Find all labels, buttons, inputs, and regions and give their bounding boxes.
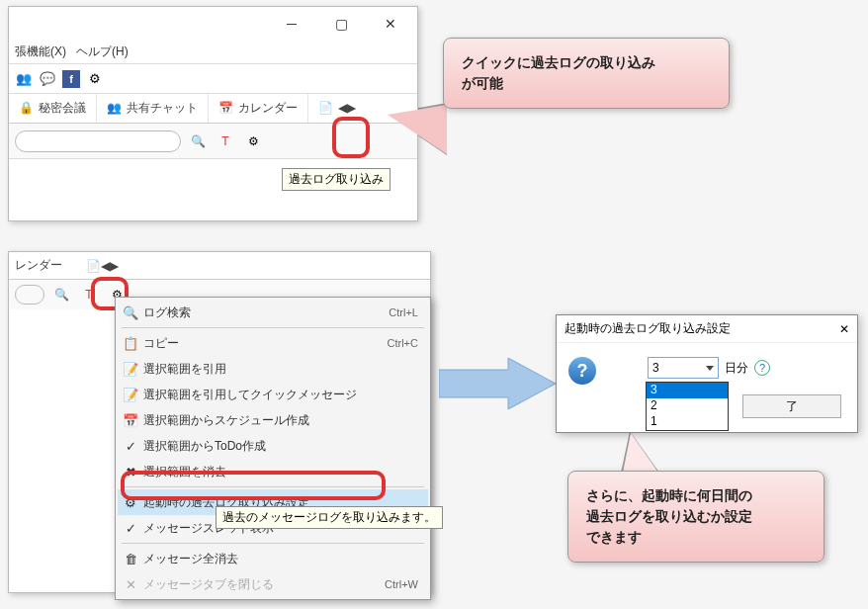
search-icon[interactable]: 🔍 xyxy=(187,130,209,152)
callout-text: できます xyxy=(586,527,806,548)
tab-extra[interactable]: 📄 ◀▶ xyxy=(308,94,364,123)
copy-icon: 📋 xyxy=(118,336,143,351)
tooltip-import-log: 過去ログ取り込み xyxy=(282,168,391,191)
tab-label: 秘密会議 xyxy=(39,100,86,117)
help-icon[interactable]: ? xyxy=(754,360,770,376)
import-log-icon[interactable]: T xyxy=(215,130,236,152)
dialog-title-text: 起動時の過去ログ取り込み設定 xyxy=(564,320,731,337)
ctx-label: 選択範囲からスケジュール作成 xyxy=(143,412,418,429)
ctx-label: メッセージタブを閉じる xyxy=(143,576,385,593)
trash-icon: 🗑 xyxy=(118,552,143,566)
calendar-icon: 📅 xyxy=(218,101,234,117)
ctx-label: コピー xyxy=(143,335,388,352)
slider-icon: ◀▶ xyxy=(338,101,354,117)
arrow-icon xyxy=(439,354,558,413)
ctx-log-search[interactable]: 🔍 ログ検索 Ctrl+L xyxy=(118,300,428,325)
ctx-quote-quick[interactable]: 📝 選択範囲を引用してクイックメッセージ xyxy=(118,382,428,407)
ctx-label: ログ検索 xyxy=(143,304,389,321)
tab-label: 共有チャット xyxy=(127,100,198,117)
annotation-callout-2: さらに、起動時に何日間の 過去ログを取り込むか設定 できます xyxy=(567,471,825,563)
search-input-small[interactable] xyxy=(15,285,44,304)
ctx-quote[interactable]: 📝 選択範囲を引用 xyxy=(118,356,428,382)
dropdown-option[interactable]: 1 xyxy=(647,414,728,430)
separator xyxy=(122,486,424,487)
callout-tail xyxy=(388,105,447,154)
facebook-icon[interactable]: f xyxy=(62,70,80,88)
days-dropdown[interactable]: 3 xyxy=(648,357,719,379)
quick-icon: 📝 xyxy=(118,388,143,402)
ctx-label: 選択範囲を消去 xyxy=(143,464,418,480)
ctx-shortcut: Ctrl+L xyxy=(389,306,418,318)
import-log-icon[interactable]: T xyxy=(78,284,100,305)
callout-tail xyxy=(623,433,658,473)
gear-icon: ⚙ xyxy=(118,495,143,510)
quote-icon: 📝 xyxy=(118,362,143,377)
menu-extension[interactable]: 張機能(X) xyxy=(15,44,66,60)
callout-text: さらに、起動時に何日間の xyxy=(586,485,806,506)
ctx-shortcut: Ctrl+C xyxy=(388,337,418,349)
search-input[interactable] xyxy=(15,130,181,152)
ctx-clear-selection[interactable]: ✖ 選択範囲を消去 xyxy=(118,459,428,484)
close-button[interactable]: ✕ xyxy=(368,9,413,39)
people-icon: 👥 xyxy=(107,101,123,117)
dialog-close-icon[interactable]: ✕ xyxy=(839,322,849,336)
doc-icon[interactable]: 📄 xyxy=(86,259,101,273)
ctx-label: 選択範囲を引用 xyxy=(143,361,418,378)
ctx-clear-all[interactable]: 🗑 メッセージ全消去 xyxy=(118,546,428,571)
erase-icon: ✖ xyxy=(118,465,143,479)
todo-icon: ✓ xyxy=(118,439,143,454)
ctx-todo[interactable]: ✓ 選択範囲からToDo作成 xyxy=(118,433,428,459)
tool-row: 🔍 T ⚙ xyxy=(9,124,417,159)
ctx-shortcut: Ctrl+W xyxy=(385,578,418,590)
minimize-button[interactable]: ─ xyxy=(269,9,314,39)
tab-bar: レンダー 📄 ◀▶ xyxy=(9,252,430,280)
ctx-label: 選択範囲を引用してクイックメッセージ xyxy=(143,387,418,403)
dialog-titlebar: 起動時の過去ログ取り込み設定 ✕ xyxy=(557,315,857,343)
check-icon: ✓ xyxy=(118,521,143,536)
ctx-schedule[interactable]: 📅 選択範囲からスケジュール作成 xyxy=(118,407,428,433)
ctx-label: メッセージ全消去 xyxy=(143,551,418,567)
menu-bar: 張機能(X) ヘルプ(H) xyxy=(9,41,417,64)
tab-secret-meeting[interactable]: 🔒 秘密会議 xyxy=(9,94,97,123)
days-suffix: 日分 xyxy=(725,360,748,377)
chat-icon[interactable]: 💬 xyxy=(39,70,56,88)
users-icon[interactable]: 👥 xyxy=(15,70,33,88)
icon-toolbar: 👥 💬 f ⚙ xyxy=(9,64,417,94)
context-menu: 🔍 ログ検索 Ctrl+L 📋 コピー Ctrl+C 📝 選択範囲を引用 📝 選… xyxy=(115,297,431,600)
dropdown-value: 3 xyxy=(652,361,659,375)
tab-calendar[interactable]: 📅 カレンダー xyxy=(209,94,308,123)
tab-bar: 🔒 秘密会議 👥 共有チャット 📅 カレンダー 📄 ◀▶ xyxy=(9,94,417,124)
calendar-icon: 📅 xyxy=(118,413,143,428)
search-icon[interactable]: 🔍 xyxy=(50,284,72,305)
search-icon: 🔍 xyxy=(118,305,143,320)
svg-marker-0 xyxy=(439,358,556,409)
dropdown-options: 3 2 1 xyxy=(646,382,729,431)
menu-help[interactable]: ヘルプ(H) xyxy=(76,44,129,60)
tab-label: カレンダー xyxy=(238,100,298,117)
slider-icon[interactable]: ◀▶ xyxy=(101,259,119,273)
dialog-ok-button[interactable]: 了 xyxy=(742,394,841,418)
lock-icon: 🔒 xyxy=(19,101,35,117)
dropdown-option[interactable]: 2 xyxy=(647,398,728,414)
maximize-button[interactable]: ▢ xyxy=(318,9,364,39)
callout-text: が可能 xyxy=(462,73,711,94)
ctx-label: 選択範囲からToDo作成 xyxy=(143,438,418,455)
dropdown-option[interactable]: 3 xyxy=(647,383,728,398)
callout-text: 過去ログを取り込むか設定 xyxy=(586,506,806,527)
separator xyxy=(122,327,424,328)
question-icon: ? xyxy=(568,357,596,385)
ctx-copy[interactable]: 📋 コピー Ctrl+C xyxy=(118,330,428,356)
doc-icon: 📄 xyxy=(318,101,334,117)
close-icon: ✕ xyxy=(118,577,143,592)
callout-text: クイックに過去ログの取り込み xyxy=(462,52,711,73)
settings-icon[interactable]: ⚙ xyxy=(242,130,264,152)
gear-icon[interactable]: ⚙ xyxy=(86,70,104,88)
ctx-close-tab: ✕ メッセージタブを閉じる Ctrl+W xyxy=(118,571,428,597)
separator xyxy=(122,543,424,544)
window-titlebar: ─ ▢ ✕ xyxy=(9,7,417,41)
tab-calendar[interactable]: レンダー xyxy=(15,257,62,274)
annotation-callout-1: クイックに過去ログの取り込み が可能 xyxy=(443,38,730,109)
tab-shared-chat[interactable]: 👥 共有チャット xyxy=(97,94,209,123)
tooltip-startup-setting: 過去のメッセージログを取り込みます。 xyxy=(216,506,443,529)
